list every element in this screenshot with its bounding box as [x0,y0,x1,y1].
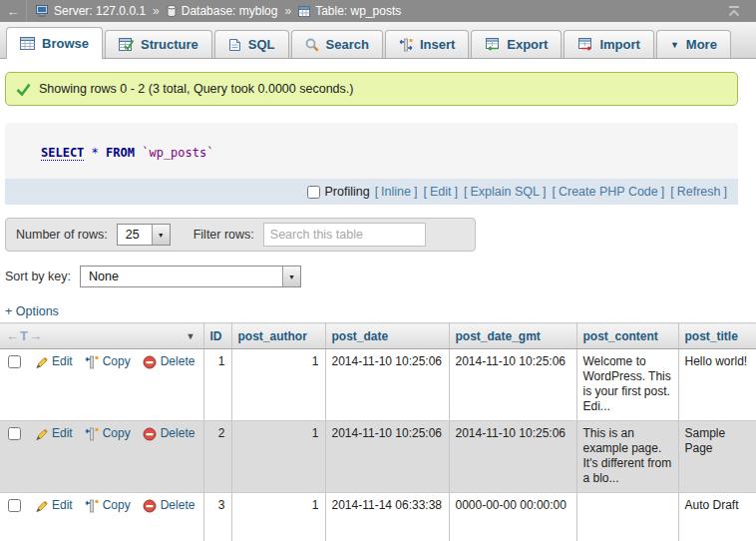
delete-row-link[interactable]: Delete [143,426,195,441]
edit-row-link[interactable]: Edit [34,498,73,513]
breadcrumb: Server: 127.0.0.1 » Database: myblog » T… [27,4,401,18]
bracket: [ [423,185,426,199]
row-checkbox[interactable] [8,355,21,368]
tab-structure[interactable]: Structure [105,30,212,58]
breadcrumb-table-link[interactable]: Table: wp_posts [315,4,401,18]
sql-query: SELECT * FROM `wp_posts` [5,123,738,179]
tab-export[interactable]: Export [471,30,562,58]
delete-row-link[interactable]: Delete [143,354,195,369]
cell-post-author: 1 [231,349,325,421]
tab-insert[interactable]: Insert [385,30,469,58]
query-options-bar: Profiling [Inline] [Edit] [Explain SQL] … [5,179,738,205]
status-message: Showing rows 0 - 2 (3 total, Query took … [5,72,738,106]
copy-icon [85,355,99,369]
tab-import[interactable]: Import [564,30,653,58]
copy-label: Copy [103,354,131,369]
column-header-id[interactable]: ID [203,323,231,349]
cell-post-content: Welcome to WordPress. This is your first… [576,349,678,421]
copy-row-link[interactable]: Copy [85,426,131,441]
tab-label: Export [507,37,548,52]
sort-row: Sort by key: None ▼ [5,266,756,287]
copy-icon [85,499,99,513]
bracket: ] [543,185,546,199]
sort-dropdown-icon[interactable]: ▼ [187,331,195,341]
column-header-post-title[interactable]: post_title [678,323,756,349]
tab-label: Insert [420,37,455,52]
copy-icon [85,427,99,441]
bracket: [ [552,185,555,199]
breadcrumb-bar: ← Server: 127.0.0.1 » Database: myblog »… [0,0,756,22]
cell-post-title: Sample Page [678,421,756,493]
tab-sql[interactable]: SQL [214,30,289,58]
collapse-icon[interactable] [726,5,742,18]
sql-keyword-from: FROM [106,146,135,160]
profiling-checkbox[interactable] [307,186,320,199]
bracket: [ [464,185,467,199]
tab-more[interactable]: ▼ More [656,30,731,58]
tab-browse[interactable]: Browse [6,27,103,59]
delete-row-link[interactable]: Delete [143,498,195,513]
cell-post-author: 1 [231,421,325,493]
column-marker-icon: ←T→ [6,328,43,343]
breadcrumb-database-link[interactable]: Database: myblog [182,4,278,18]
explain-sql-link[interactable]: Explain SQL [470,185,539,199]
select-arrow-icon: ▼ [282,267,300,286]
cell-post-title: Hello world! [678,349,756,421]
edit-row-link[interactable]: Edit [34,354,73,369]
options-row: + Options [5,304,756,318]
row-checkbox[interactable] [8,499,21,512]
sql-icon [228,38,241,52]
column-header-post-author[interactable]: post_author [231,323,325,349]
structure-icon [119,38,134,51]
table-row: Edit Copy Delete 3 1 2014-11-14 06:33:38… [0,493,756,541]
tab-label: Search [326,37,369,52]
pencil-icon [34,427,48,441]
cell-post-date: 2014-11-14 06:33:38 [325,493,449,541]
sort-by-key-select[interactable]: None ▼ [80,266,301,287]
cell-id: 3 [203,493,231,541]
export-icon [485,38,500,51]
row-checkbox[interactable] [8,427,21,440]
cell-post-title: Auto Draft [678,493,756,541]
tab-search[interactable]: Search [291,30,383,58]
number-of-rows-select[interactable]: 25 ▼ [117,224,171,246]
cell-id: 2 [203,421,231,493]
cell-post-date-gmt: 0000-00-00 00:00:00 [449,493,576,541]
delete-label: Delete [161,498,195,513]
edit-row-link[interactable]: Edit [34,426,73,441]
column-header-post-content[interactable]: post_content [576,323,678,349]
sql-query-box: SELECT * FROM `wp_posts` Profiling [Inli… [5,123,738,205]
cell-post-date: 2014-11-10 10:25:06 [325,349,449,421]
status-text: Showing rows 0 - 2 (3 total, Query took … [39,82,353,96]
edit-query-link[interactable]: Edit [430,185,452,199]
bracket: ] [414,185,417,199]
copy-row-link[interactable]: Copy [85,354,131,369]
inline-link[interactable]: Inline [381,185,411,199]
chevron-down-icon: ▼ [670,40,679,50]
delete-icon [143,427,157,441]
tab-label: SQL [248,37,275,52]
sql-keyword-select[interactable]: SELECT [41,146,84,161]
insert-icon [399,38,413,52]
copy-row-link[interactable]: Copy [85,498,131,513]
back-arrow-icon[interactable]: ← [0,0,27,22]
database-icon [167,5,177,17]
create-php-code-link[interactable]: Create PHP Code [559,185,658,199]
edit-label: Edit [52,426,73,441]
select-arrow-icon: ▼ [152,225,170,245]
breadcrumb-separator: » [284,4,291,18]
pencil-icon [34,499,48,513]
column-header-post-date[interactable]: post_date [325,323,449,349]
tab-label: Import [599,37,639,52]
profiling-label: Profiling [324,185,369,199]
search-icon [305,38,319,52]
sort-by-key-value: None [81,267,282,286]
refresh-link[interactable]: Refresh [677,185,721,199]
column-header-post-date-gmt[interactable]: post_date_gmt [449,323,576,349]
filter-rows-input[interactable] [263,223,426,247]
table-row: Edit Copy Delete 1 1 2014-11-10 10:25:06… [0,349,756,421]
options-toggle-link[interactable]: + Options [5,304,59,318]
edit-label: Edit [52,354,73,369]
breadcrumb-server-link[interactable]: Server: 127.0.0.1 [54,4,146,18]
cell-post-content: This is an example page. It's different … [576,421,678,493]
